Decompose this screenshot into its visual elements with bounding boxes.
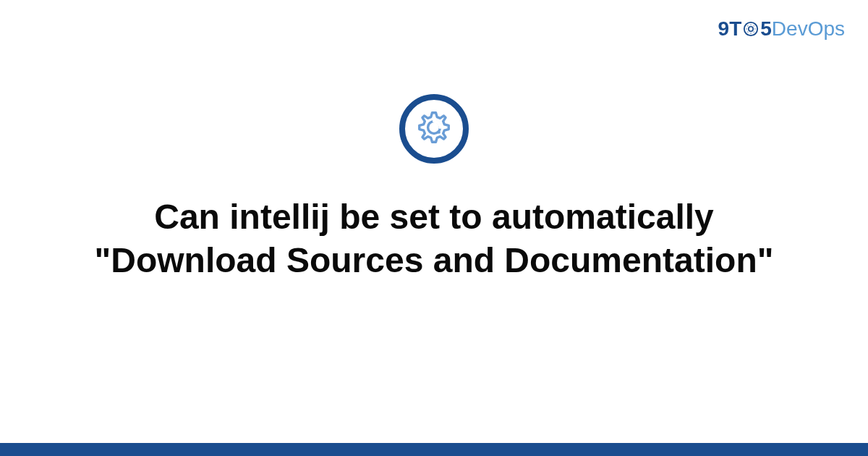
logo-text-mid: 5 — [760, 17, 772, 41]
gear-icon — [414, 108, 454, 150]
gear-icon — [742, 20, 760, 38]
hero-icon-container — [399, 94, 469, 164]
svg-point-3 — [438, 131, 441, 134]
logo-text-prefix: 9T — [718, 17, 742, 41]
logo-text-suffix: DevOps — [772, 17, 845, 41]
page-title: Can intellij be set to automatically "Do… — [72, 195, 796, 282]
svg-point-1 — [749, 27, 753, 31]
circle-badge — [399, 94, 469, 164]
site-logo: 9T 5 DevOps — [718, 17, 845, 41]
footer-bar — [0, 443, 868, 456]
